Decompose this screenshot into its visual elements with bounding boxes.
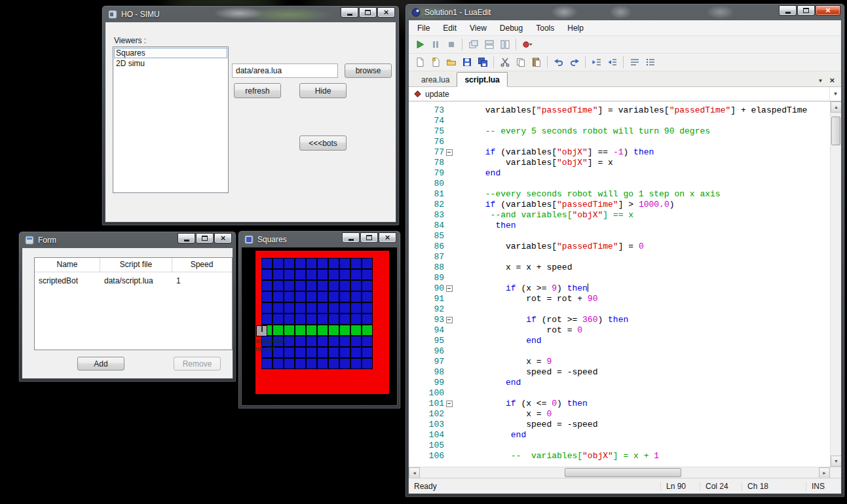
simu-titlebar[interactable]: HO - SIMU ×	[105, 6, 396, 22]
fold-marker[interactable]	[444, 399, 455, 409]
horizontal-scroll-thumb[interactable]	[565, 468, 681, 477]
code-line[interactable]: 100	[414, 388, 830, 399]
area-path-input[interactable]	[232, 63, 338, 78]
cascade-icon[interactable]	[466, 37, 481, 52]
minimize-button[interactable]	[342, 232, 360, 243]
outdent-icon[interactable]	[589, 55, 604, 69]
vertical-scroll-thumb[interactable]	[831, 117, 840, 145]
code-line[interactable]: 73 variables["passedTime"] = variables["…	[414, 105, 830, 116]
viewer-item-squares[interactable]: Squares	[114, 48, 227, 58]
scroll-up-icon[interactable]: ▲	[831, 101, 841, 113]
maximize-button[interactable]	[797, 5, 815, 16]
add-button[interactable]: Add	[77, 357, 124, 370]
maximize-button[interactable]	[360, 232, 378, 243]
tile-horizontal-icon[interactable]	[481, 37, 497, 52]
breakpoints-icon[interactable]	[519, 37, 535, 52]
undo-icon[interactable]	[551, 55, 566, 69]
code-line[interactable]: 80	[414, 179, 830, 189]
code-line[interactable]: 92	[414, 304, 830, 315]
code-lines[interactable]: 73 variables["passedTime"] = variables["…	[409, 101, 830, 467]
menu-tools[interactable]: Tools	[529, 21, 561, 35]
fold-marker[interactable]	[444, 283, 455, 294]
code-line[interactable]: 99 end	[414, 378, 830, 388]
close-button[interactable]: ×	[214, 233, 232, 243]
close-button[interactable]: ×	[816, 5, 840, 16]
pause-icon[interactable]	[428, 37, 443, 52]
redo-icon[interactable]	[567, 55, 582, 69]
code-line[interactable]: 93 if (rot >= 360) then	[414, 315, 830, 325]
save-all-icon[interactable]	[475, 55, 490, 69]
fold-marker[interactable]	[444, 315, 455, 325]
tile-vertical-icon[interactable]	[497, 37, 512, 52]
viewers-listbox[interactable]: Squares2D simu	[113, 46, 229, 193]
maximize-button[interactable]	[196, 233, 214, 243]
code-line[interactable]: 95 end	[414, 336, 830, 346]
close-button[interactable]: ×	[379, 232, 396, 243]
code-line[interactable]: 94 rot = 0	[414, 325, 830, 336]
tab-close-icon[interactable]: ×	[829, 77, 835, 84]
maximize-button[interactable]	[359, 7, 377, 18]
play-icon[interactable]	[412, 37, 427, 52]
minimize-button[interactable]	[178, 233, 195, 243]
code-line[interactable]: 98 speed = -speed	[414, 367, 830, 378]
code-line[interactable]: 90 if (x >= 9) then	[414, 283, 830, 294]
code-line[interactable]: 82 if (variables["passedTime"] > 1000.0)	[414, 200, 830, 210]
save-icon[interactable]	[459, 55, 474, 69]
code-line[interactable]: 83 --and variables["objX"] == x	[414, 210, 830, 221]
code-line[interactable]: 91 rot = rot + 90	[414, 294, 830, 304]
code-line[interactable]: 97 x = 9	[414, 357, 830, 367]
copy-icon[interactable]	[513, 55, 528, 69]
fold-marker[interactable]	[444, 147, 455, 158]
table-row[interactable]: scriptedBotdata/script.lua1	[35, 272, 232, 285]
tab-list-dropdown-icon[interactable]: ▼	[818, 78, 823, 84]
bots-table[interactable]: NameScript fileSpeed scriptedBotdata/scr…	[34, 257, 233, 350]
code-line[interactable]: 104 end	[414, 430, 830, 441]
open-folder-icon[interactable]	[443, 55, 459, 69]
line-numbers-icon[interactable]	[643, 55, 658, 69]
minimize-button[interactable]	[779, 5, 797, 16]
close-button[interactable]: ×	[377, 7, 395, 18]
tab-area-lua[interactable]: area.lua	[414, 73, 457, 86]
refresh-button[interactable]: refresh	[234, 83, 281, 98]
tab-script-lua[interactable]: script.lua	[457, 72, 507, 87]
hide-button[interactable]: Hide	[299, 83, 347, 98]
new-page-icon[interactable]	[428, 55, 443, 69]
horizontal-scrollbar[interactable]: ◄ ►	[409, 467, 841, 478]
browse-button[interactable]: browse	[345, 63, 392, 78]
menu-view[interactable]: View	[463, 21, 493, 35]
paste-icon[interactable]	[529, 55, 544, 69]
stop-icon[interactable]	[443, 37, 459, 52]
code-line[interactable]: 87	[414, 252, 830, 262]
code-line[interactable]: 103 speed = -speed	[414, 420, 830, 430]
remove-button[interactable]: Remove	[174, 357, 221, 370]
combo-dropdown-icon[interactable]: ▼	[829, 87, 841, 101]
vertical-scrollbar[interactable]: ▲ ▼	[830, 101, 841, 467]
code-line[interactable]: 106 -- variables["objX"] = x + 1	[414, 451, 830, 461]
cut-icon[interactable]	[497, 55, 512, 69]
viewer-item-2d-simu[interactable]: 2D simu	[114, 58, 227, 69]
column-header[interactable]: Script file	[100, 258, 172, 272]
code-line[interactable]: 96	[414, 346, 830, 357]
code-line[interactable]: 75 -- every 5 seconds robot will turn 90…	[414, 126, 830, 137]
code-line[interactable]: 76	[414, 137, 830, 147]
code-line[interactable]: 105	[414, 441, 830, 451]
code-line[interactable]: 101 if (x <= 0) then	[414, 399, 830, 409]
column-header[interactable]: Name	[35, 258, 100, 272]
menu-help[interactable]: Help	[561, 21, 590, 35]
code-line[interactable]: 102 x = 0	[414, 409, 830, 420]
minimize-button[interactable]	[341, 7, 358, 18]
code-line[interactable]: 85	[414, 231, 830, 242]
code-line[interactable]: 89	[414, 273, 830, 283]
code-line[interactable]: 77 if (variables["objX"] == -1) then	[414, 147, 830, 158]
menu-edit[interactable]: Edit	[436, 21, 463, 35]
squares-titlebar[interactable]: Squares ×	[241, 231, 398, 247]
column-header[interactable]: Speed	[172, 258, 231, 272]
scroll-down-icon[interactable]: ▼	[831, 456, 841, 467]
code-line[interactable]: 86 variables["passedTime"] = 0	[414, 242, 830, 252]
function-combo[interactable]: update ▼	[409, 87, 841, 101]
bots-button[interactable]: <<<bots	[299, 135, 347, 151]
new-file-icon[interactable]	[412, 55, 427, 69]
code-line[interactable]: 84 then	[414, 221, 830, 231]
code-line[interactable]: 81 --every seconds robot will go 1 step …	[414, 189, 830, 200]
code-line[interactable]: 79 end	[414, 168, 830, 179]
